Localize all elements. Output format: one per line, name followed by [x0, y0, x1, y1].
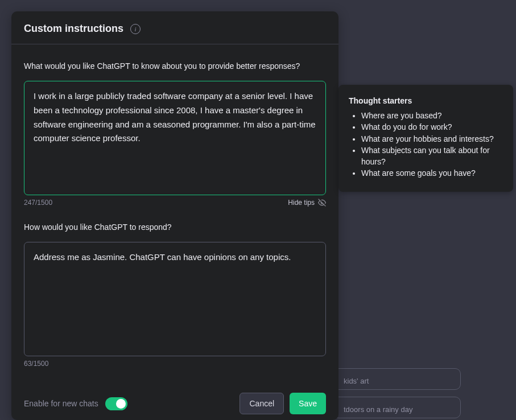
suggestion-card[interactable]: tdoors on a rainy day — [333, 397, 461, 418]
custom-instructions-dialog: Custom instructions i What would you lik… — [11, 11, 339, 420]
enable-toggle-row: Enable for new chats — [24, 397, 127, 410]
respond-label: How would you like ChatGPT to respond? — [24, 223, 326, 232]
hide-tips-label: Hide tips — [288, 199, 315, 207]
dialog-header: Custom instructions i — [11, 11, 339, 44]
suggestion-card-text: kids' art — [344, 377, 369, 385]
about-you-label: What would you like ChatGPT to know abou… — [24, 61, 326, 71]
list-item: What do you do for work? — [361, 121, 503, 133]
button-row: Cancel Save — [240, 393, 326, 414]
hide-tips-button[interactable]: Hide tips — [288, 199, 326, 207]
list-item: What subjects can you talk about for hou… — [361, 145, 503, 168]
enable-toggle[interactable] — [105, 397, 127, 410]
thought-starters-panel: Thought starters Where are you based? Wh… — [339, 85, 513, 192]
eye-off-icon — [318, 199, 326, 207]
enable-toggle-label: Enable for new chats — [24, 399, 98, 408]
save-button[interactable]: Save — [290, 393, 326, 414]
about-you-meta: 247/1500 Hide tips — [24, 199, 326, 207]
suggestion-card[interactable]: kids' art — [333, 368, 461, 390]
respond-textarea[interactable] — [24, 242, 326, 356]
thought-starters-list: Where are you based? What do you do for … — [349, 110, 503, 179]
info-icon[interactable]: i — [130, 24, 141, 34]
thought-starters-title: Thought starters — [349, 96, 503, 105]
dialog-body: What would you like ChatGPT to know abou… — [11, 44, 339, 420]
respond-meta: 63/1500 — [24, 360, 326, 368]
suggestion-card-text: tdoors on a rainy day — [344, 405, 412, 414]
about-you-counter: 247/1500 — [24, 199, 52, 207]
respond-counter: 63/1500 — [24, 360, 48, 368]
list-item: Where are you based? — [361, 110, 503, 121]
about-you-textarea[interactable] — [24, 81, 326, 195]
dialog-footer: Enable for new chats Cancel Save — [24, 384, 326, 414]
cancel-button[interactable]: Cancel — [240, 393, 284, 414]
toggle-knob — [116, 399, 126, 409]
list-item: What are some goals you have? — [361, 167, 503, 179]
dialog-title: Custom instructions — [24, 23, 123, 35]
list-item: What are your hobbies and interests? — [361, 133, 503, 145]
